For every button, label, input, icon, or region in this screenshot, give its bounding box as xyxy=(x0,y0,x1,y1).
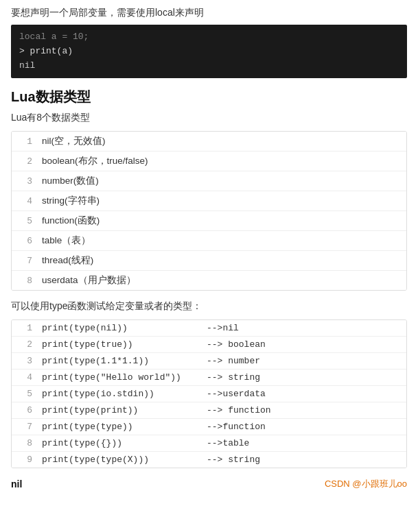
table-row: 2 print(type(true)) --> boolean xyxy=(12,337,406,353)
line-num: 6 xyxy=(19,236,32,246)
code-block-1: local a = 10; > print(a) nil xyxy=(11,25,407,78)
code-line-3: nil xyxy=(19,59,399,73)
code-left: print(type("Hello world")) xyxy=(42,372,200,383)
code-left: print(type(type)) xyxy=(42,422,200,432)
type-list: 1 nil(空，无效值) 2 boolean(布尔，true/false) 3 … xyxy=(11,131,407,291)
table-row: 3 print(type(1.1*1.1)) --> number xyxy=(12,353,406,370)
code-left: print(type(type(X))) xyxy=(42,455,200,465)
code-left: print(type(io.stdin)) xyxy=(42,389,200,399)
line-num: 8 xyxy=(19,276,32,286)
list-item: 8 userdata（用户数据） xyxy=(12,271,406,290)
code-left: print(type(nil)) xyxy=(42,323,200,333)
code-right: --> string xyxy=(200,372,260,383)
code-right: -->function xyxy=(200,422,266,432)
table-row: 8 print(type({})) -->table xyxy=(12,435,406,452)
list-item: 2 boolean(布尔，true/false) xyxy=(12,152,406,171)
type-text: nil(空，无效值) xyxy=(42,135,106,147)
type-text: table（表） xyxy=(42,234,91,247)
list-item: 4 string(字符串) xyxy=(12,191,406,211)
code-right: --> number xyxy=(200,356,260,366)
row-num: 8 xyxy=(19,438,32,448)
code-right: -->table xyxy=(200,438,249,448)
type-text: string(字符串) xyxy=(42,195,100,207)
line-num: 3 xyxy=(19,176,32,186)
code-left: print(type(true)) xyxy=(42,339,200,350)
code-right: --> boolean xyxy=(200,339,266,350)
row-num: 2 xyxy=(19,339,32,350)
list-item: 1 nil(空，无效值) xyxy=(12,132,406,152)
code-desc: 可以使用type函数测试给定变量或者的类型： xyxy=(11,300,407,313)
type-text: userdata（用户数据） xyxy=(42,274,136,287)
line-num: 2 xyxy=(19,156,32,167)
table-row: 4 print(type("Hello world")) --> string xyxy=(12,370,406,386)
list-item: 5 function(函数) xyxy=(12,211,406,231)
intro-text: 要想声明一个局部变量，需要使用local来声明 xyxy=(11,7,407,19)
table-row: 9 print(type(type(X))) --> string xyxy=(12,452,406,468)
type-text: number(数值) xyxy=(42,175,99,187)
type-text: thread(线程) xyxy=(42,254,93,267)
table-row: 1 print(type(nil)) -->nil xyxy=(12,320,406,337)
row-num: 1 xyxy=(19,323,32,333)
code-line-1: local a = 10; xyxy=(19,30,399,45)
code-right: --> function xyxy=(200,405,271,415)
type-text: boolean(布尔，true/false) xyxy=(42,155,148,167)
footer-nil: nil xyxy=(11,479,22,489)
footer: nil CSDN @小跟班儿oo xyxy=(11,478,407,490)
row-num: 4 xyxy=(19,372,32,383)
footer-credit: CSDN @小跟班儿oo xyxy=(325,478,407,490)
line-num: 7 xyxy=(19,256,32,266)
table-row: 5 print(type(io.stdin)) -->userdata xyxy=(12,386,406,402)
line-num: 1 xyxy=(19,136,32,147)
code-line-2: > print(a) xyxy=(19,45,399,59)
row-num: 3 xyxy=(19,356,32,366)
type-text: function(函数) xyxy=(42,215,100,227)
code-right: -->nil xyxy=(200,323,239,333)
table-row: 7 print(type(type)) -->function xyxy=(12,419,406,435)
table-row: 6 print(type(print)) --> function xyxy=(12,402,406,419)
code-left: print(type(1.1*1.1)) xyxy=(42,356,200,366)
line-num: 4 xyxy=(19,196,32,206)
row-num: 5 xyxy=(19,389,32,399)
section-title: Lua数据类型 xyxy=(11,88,407,106)
code-right: --> string xyxy=(200,455,260,465)
list-item: 3 number(数值) xyxy=(12,171,406,191)
list-item: 6 table（表） xyxy=(12,231,406,251)
row-num: 7 xyxy=(19,422,32,432)
code-right: -->userdata xyxy=(200,389,266,399)
row-num: 9 xyxy=(19,455,32,465)
list-item: 7 thread(线程) xyxy=(12,251,406,271)
code-table: 1 print(type(nil)) -->nil 2 print(type(t… xyxy=(11,319,407,468)
code-left: print(type({})) xyxy=(42,438,200,448)
section-desc: Lua有8个数据类型 xyxy=(11,112,407,124)
code-left: print(type(print)) xyxy=(42,405,200,415)
line-num: 5 xyxy=(19,216,32,226)
row-num: 6 xyxy=(19,405,32,415)
